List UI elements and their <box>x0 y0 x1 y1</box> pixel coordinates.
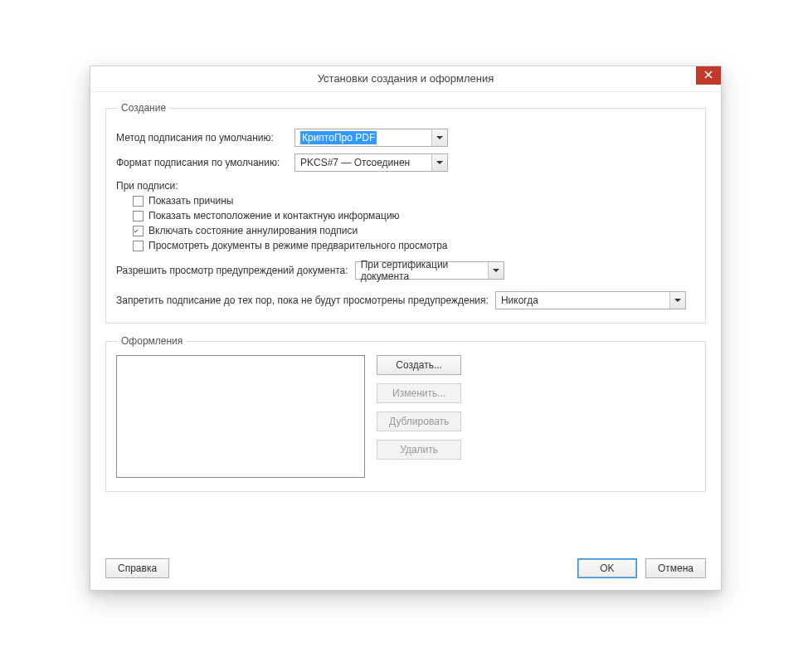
method-select[interactable]: КриптоПро PDF <box>294 129 448 147</box>
titlebar: Установки создания и оформления <box>90 66 721 92</box>
checkbox-preview-documents-label: Просмотреть документы в режиме предварит… <box>148 240 448 251</box>
format-select-value: PKCS#7 — Отсоединен <box>300 157 410 168</box>
dialog-window: Установки создания и оформления Создание… <box>90 66 722 591</box>
delete-button[interactable]: Удалить <box>377 440 461 460</box>
ok-button[interactable]: OK <box>577 558 637 578</box>
allow-warnings-value: При сертификации документа <box>361 259 487 282</box>
group-creation: Создание Метод подписания по умолчанию: … <box>105 102 706 324</box>
checkbox-show-reasons[interactable] <box>133 196 144 207</box>
duplicate-button[interactable]: Дублировать <box>377 411 461 431</box>
group-creation-legend: Создание <box>118 102 169 114</box>
window-title: Установки создания и оформления <box>318 72 494 85</box>
prevent-until-value: Никогда <box>501 295 538 306</box>
allow-warnings-select[interactable]: При сертификации документа <box>355 261 504 280</box>
format-label: Формат подписания по умолчанию: <box>116 157 294 168</box>
allow-warnings-label: Разрешить просмотр предупреждений докуме… <box>116 265 348 276</box>
create-button[interactable]: Создать... <box>377 355 461 375</box>
dialog-content: Создание Метод подписания по умолчанию: … <box>90 92 721 515</box>
check-icon <box>134 226 139 236</box>
chevron-down-icon <box>431 154 447 171</box>
prevent-until-label: Запретить подписание до тех пор, пока не… <box>116 295 489 306</box>
format-select[interactable]: PKCS#7 — Отсоединен <box>294 153 448 172</box>
checkbox-show-location[interactable] <box>133 211 144 222</box>
help-button[interactable]: Справка <box>105 558 169 578</box>
dialog-footer: Справка OK Отмена <box>105 558 706 578</box>
checkbox-include-revocation[interactable] <box>133 226 144 236</box>
when-signing-label: При подписи: <box>116 180 695 192</box>
close-icon <box>704 63 713 88</box>
edit-button[interactable]: Изменить... <box>377 383 461 403</box>
appearances-listbox[interactable] <box>116 355 365 478</box>
checkbox-preview-documents[interactable] <box>133 241 144 251</box>
group-appearances-legend: Оформления <box>118 335 186 347</box>
chevron-down-icon <box>669 292 685 309</box>
group-appearances: Оформления Создать... Изменить... Дублир… <box>105 335 706 492</box>
method-label: Метод подписания по умолчанию: <box>116 132 294 144</box>
method-select-value: КриптоПро PDF <box>300 131 377 144</box>
checkbox-show-reasons-label: Показать причины <box>148 195 233 207</box>
chevron-down-icon <box>488 262 504 279</box>
cancel-button[interactable]: Отмена <box>645 558 706 578</box>
checkbox-show-location-label: Показать местоположение и контактную инф… <box>148 210 400 222</box>
chevron-down-icon <box>431 129 447 146</box>
close-button[interactable] <box>696 66 721 85</box>
prevent-until-select[interactable]: Никогда <box>495 291 686 309</box>
checkbox-include-revocation-label: Включать состояние аннулирования подписи <box>148 225 358 236</box>
